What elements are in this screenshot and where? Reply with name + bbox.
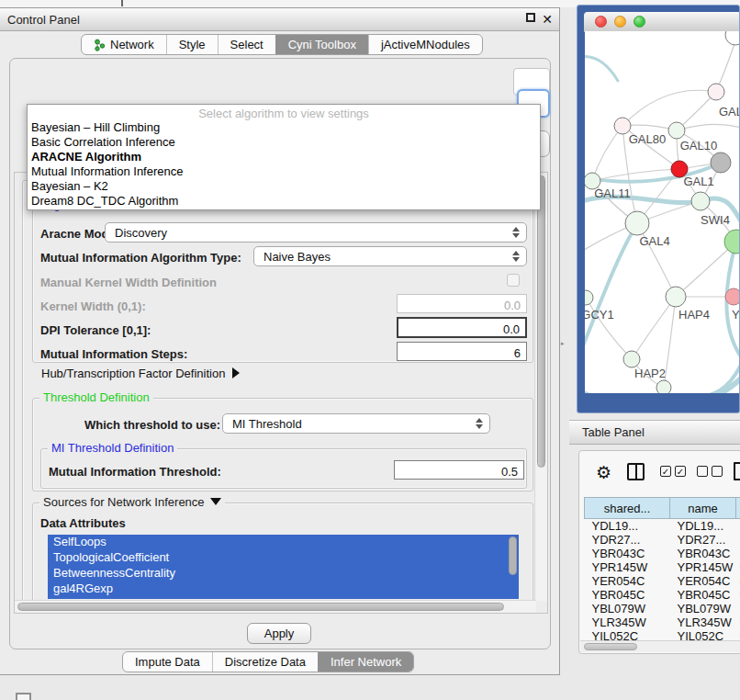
table-row[interactable]: YBR043CYBR043C <box>585 547 740 560</box>
kernel-width-field[interactable] <box>397 294 527 313</box>
table-row[interactable]: YBL079WYBL079W <box>585 602 740 615</box>
cell[interactable]: 13 <box>736 519 740 534</box>
tab-network[interactable]: Network <box>82 35 166 54</box>
network-window-titlebar[interactable] <box>584 12 739 32</box>
cell[interactable]: YBR043C <box>585 547 670 560</box>
tab-infer-network[interactable]: Infer Network <box>318 652 413 672</box>
table-row[interactable]: YDR27...YDR27...12 <box>585 533 740 547</box>
table-row[interactable]: YBR045CYBR045C9. <box>585 588 740 602</box>
node[interactable] <box>725 31 739 45</box>
network-nodes[interactable] <box>585 31 739 393</box>
settings-vscrollbar[interactable] <box>534 173 547 601</box>
splitpane-handle[interactable]: ▸ <box>561 341 565 345</box>
cell[interactable]: 12 <box>736 533 740 547</box>
close-window-icon[interactable] <box>595 16 607 28</box>
column-header[interactable]: A <box>736 498 740 519</box>
data-attributes-list[interactable]: SelfLoops TopologicalCoefficient Between… <box>48 535 519 599</box>
node-gray[interactable] <box>711 152 731 173</box>
hub-definition-expander[interactable]: Hub/Transcription Factor Definition <box>41 367 240 380</box>
mi-steps-field[interactable] <box>397 342 527 361</box>
node-hap4[interactable] <box>666 287 686 307</box>
export-table-icon[interactable] <box>734 462 740 480</box>
cell[interactable]: 9. <box>736 615 740 629</box>
float-panel-icon[interactable] <box>526 13 535 22</box>
column-header[interactable]: name <box>670 498 736 519</box>
cell[interactable]: 9. <box>736 588 740 602</box>
node[interactable] <box>656 380 671 393</box>
dropdown-item[interactable]: Dream8 DC_TDC Algorithm <box>28 194 540 209</box>
cell[interactable]: YLR345W <box>670 615 736 629</box>
node-hap2[interactable] <box>623 351 640 367</box>
dropdown-item[interactable]: Bayesian – Hill Climbing <box>28 120 540 135</box>
cell[interactable]: YPR145W <box>670 560 736 574</box>
node-gcy1[interactable] <box>585 290 593 305</box>
cell[interactable]: YER054C <box>670 574 736 588</box>
table-hscrollbar-thumb[interactable] <box>584 643 637 650</box>
list-scrollbar-thumb[interactable] <box>509 536 517 575</box>
cell[interactable] <box>736 602 740 615</box>
cell[interactable]: 8. <box>736 574 740 588</box>
node[interactable] <box>708 84 724 100</box>
apply-button[interactable]: Apply <box>247 623 311 644</box>
cell[interactable]: YBR043C <box>670 547 736 560</box>
list-item[interactable]: BetweennessCentrality <box>48 566 519 581</box>
cell[interactable]: YBL079W <box>670 602 736 615</box>
settings-hscrollbar[interactable] <box>15 600 536 613</box>
node-gal10[interactable] <box>668 122 685 139</box>
list-item[interactable]: TopologicalCoefficient <box>48 550 519 566</box>
select-all-columns-icon[interactable]: ✓ ✓ <box>660 466 686 477</box>
tab-jactivemnodules[interactable]: jActiveMNodules <box>368 35 482 54</box>
cell[interactable]: YBL079W <box>585 602 670 615</box>
vscrollbar-thumb[interactable] <box>537 175 545 468</box>
table-row[interactable]: YER054CYER054C8. <box>585 574 740 588</box>
mi-threshold-field[interactable] <box>394 460 524 480</box>
cell[interactable] <box>736 547 740 560</box>
hscrollbar-thumb[interactable] <box>17 603 504 611</box>
cell[interactable]: 9. <box>736 560 740 574</box>
cell[interactable]: YBR045C <box>585 588 670 602</box>
network-view-window[interactable]: GAL GAL80 GAL10 GAL1 GAL11 SWI4 GAL4 GCY… <box>577 5 740 413</box>
cell[interactable]: YLR345W <box>585 615 670 629</box>
list-item[interactable]: SelfLoops <box>48 535 519 550</box>
table-row[interactable]: YPR145WYPR145W9. <box>585 560 740 574</box>
cell[interactable]: YDR27... <box>585 533 670 547</box>
list-item[interactable]: gal4RGexp <box>48 581 519 597</box>
mi-type-combo[interactable]: Naive Bayes <box>253 246 527 266</box>
deselect-all-columns-icon[interactable] <box>697 466 723 477</box>
cell[interactable]: YDL19... <box>585 519 670 534</box>
close-panel-icon[interactable]: ✕ <box>542 13 553 26</box>
cell[interactable]: YBR045C <box>670 588 736 602</box>
cell[interactable]: YER054C <box>585 574 670 588</box>
cell[interactable]: YDR27... <box>670 533 736 547</box>
tab-select[interactable]: Select <box>218 35 275 54</box>
gear-icon[interactable]: ⚙ <box>596 460 611 484</box>
dropdown-item[interactable]: Mutual Information Inference <box>28 164 540 179</box>
tab-cyni-toolbox[interactable]: Cyni Toolbox <box>275 35 368 54</box>
column-header[interactable]: shared... <box>585 498 670 519</box>
manual-kernel-checkbox[interactable] <box>507 274 520 287</box>
node-gal4[interactable] <box>625 211 649 235</box>
dropdown-item[interactable]: Bayesian – K2 <box>28 179 540 194</box>
network-canvas[interactable]: GAL GAL80 GAL10 GAL1 GAL11 SWI4 GAL4 GCY… <box>585 31 739 393</box>
network-graph[interactable]: GAL GAL80 GAL10 GAL1 GAL11 SWI4 GAL4 GCY… <box>585 31 739 393</box>
table-hscrollbar[interactable] <box>580 640 740 652</box>
tab-style[interactable]: Style <box>166 35 218 54</box>
dpi-tolerance-field[interactable] <box>397 317 527 338</box>
cell[interactable]: YPR145W <box>585 560 670 574</box>
tab-discretize-data[interactable]: Discretize Data <box>212 652 318 672</box>
cell[interactable]: YDL19... <box>670 519 736 534</box>
which-threshold-combo[interactable]: MI Threshold <box>222 413 490 434</box>
node-pink[interactable] <box>725 288 739 305</box>
tab-impute-data[interactable]: Impute Data <box>123 652 212 672</box>
aracne-mode-combo[interactable]: Discovery <box>105 222 527 243</box>
split-view-icon[interactable] <box>627 463 645 480</box>
minimize-window-icon[interactable] <box>614 16 626 28</box>
window-edge-mark <box>121 0 123 6</box>
table-row[interactable]: YDL19...YDL19...13 <box>585 519 740 534</box>
node-swi4[interactable] <box>691 192 710 210</box>
dropdown-item-selected[interactable]: ARACNE Algorithm <box>28 150 540 164</box>
table-row[interactable]: YLR345WYLR345W9. <box>585 615 740 629</box>
sources-group-title[interactable]: Sources for Network Inference <box>39 495 225 509</box>
zoom-window-icon[interactable] <box>633 16 645 28</box>
dropdown-item[interactable]: Basic Correlation Inference <box>28 135 540 150</box>
